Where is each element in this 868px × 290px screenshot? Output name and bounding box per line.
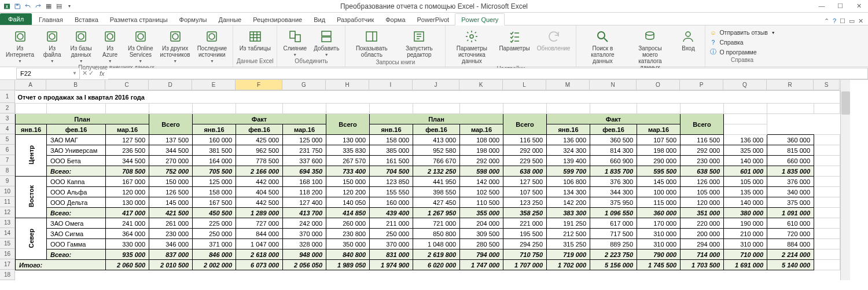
- about-link[interactable]: ⓘО программе: [709, 47, 756, 57]
- cell[interactable]: 309 500: [460, 229, 503, 239]
- cell[interactable]: ООО Дельта: [47, 197, 106, 208]
- cell[interactable]: янв.16: [193, 124, 236, 135]
- ext-data-button-3[interactable]: ИзAzure▼: [97, 28, 123, 64]
- cell[interactable]: 719 000: [547, 249, 590, 260]
- cell[interactable]: 2 166 000: [236, 166, 283, 177]
- cell[interactable]: 414 850: [326, 208, 370, 218]
- cell[interactable]: 815 000: [767, 145, 814, 156]
- cell[interactable]: [193, 104, 236, 114]
- cell[interactable]: 694 350: [283, 166, 326, 177]
- vertical-scrollbar[interactable]: [840, 80, 850, 280]
- cell[interactable]: [547, 104, 590, 114]
- row-header-3[interactable]: 3: [0, 113, 15, 124]
- save-icon[interactable]: [13, 2, 22, 11]
- cell[interactable]: 1 096 550: [590, 208, 637, 218]
- cell[interactable]: 442 000: [236, 177, 283, 187]
- cell[interactable]: 360 000: [767, 135, 814, 145]
- cell[interactable]: 127 500: [106, 135, 149, 145]
- cell[interactable]: 844 000: [236, 229, 283, 239]
- cell[interactable]: [814, 187, 840, 197]
- cell[interactable]: 136 000: [547, 135, 590, 145]
- cell[interactable]: 145 000: [637, 177, 681, 187]
- cell[interactable]: 441 950: [413, 177, 460, 187]
- row-header-9[interactable]: 9: [0, 176, 15, 186]
- cell[interactable]: 140 000: [724, 156, 767, 166]
- cell[interactable]: 371 000: [193, 239, 236, 249]
- cell[interactable]: ЗАО Омега: [47, 218, 106, 229]
- cell[interactable]: Факт: [193, 114, 326, 124]
- cell[interactable]: 2 618 000: [236, 249, 283, 260]
- cell[interactable]: 381 500: [193, 145, 236, 156]
- col-header-H[interactable]: H: [326, 80, 369, 90]
- cell[interactable]: 850 800: [413, 229, 460, 239]
- cell[interactable]: 139 400: [547, 156, 590, 166]
- cell[interactable]: 155 550: [370, 187, 413, 197]
- cell[interactable]: 136 000: [724, 135, 767, 145]
- cell[interactable]: 158 000: [193, 187, 236, 197]
- cell[interactable]: 211 000: [370, 218, 413, 229]
- cell[interactable]: ООО Бета: [47, 156, 106, 166]
- ribbon-minimize-icon[interactable]: ⌃: [824, 17, 829, 25]
- cell[interactable]: 1 267 950: [413, 208, 460, 218]
- cell[interactable]: 1 707 000: [503, 260, 547, 270]
- cell[interactable]: 328 000: [283, 239, 326, 249]
- cell[interactable]: 236 500: [106, 145, 149, 156]
- cell[interactable]: 935 000: [106, 249, 149, 260]
- col-header-L[interactable]: L: [503, 80, 546, 90]
- cell[interactable]: 120 000: [681, 197, 724, 208]
- cell[interactable]: мар.16: [283, 124, 326, 135]
- datasource-params-button[interactable]: Параметры источника данных: [449, 28, 494, 65]
- tab-Форма[interactable]: Форма: [380, 14, 411, 25]
- cell[interactable]: Всего:: [47, 249, 106, 260]
- cell[interactable]: 310 000: [637, 229, 681, 239]
- cell[interactable]: 292 000: [681, 145, 724, 156]
- col-header-S[interactable]: S: [814, 80, 840, 90]
- cell[interactable]: 617 000: [590, 218, 637, 229]
- col-header-N[interactable]: N: [590, 80, 637, 90]
- ext-data-button-4[interactable]: Из OnlineServices▼: [126, 28, 155, 64]
- cell[interactable]: 100 000: [637, 187, 681, 197]
- cell[interactable]: 884 000: [767, 239, 814, 249]
- cell[interactable]: 204 000: [460, 218, 503, 229]
- cell[interactable]: 270 000: [149, 156, 193, 166]
- feedback-link[interactable]: ☺Отправить отзыв▼: [709, 28, 775, 37]
- ext-data-button-0[interactable]: ИзИнтернета▼: [3, 28, 36, 64]
- undo-icon[interactable]: [23, 2, 32, 11]
- ext-data-button-6[interactable]: Последниеисточники▼: [195, 28, 229, 64]
- col-header-O[interactable]: O: [637, 80, 680, 90]
- cell[interactable]: 230 800: [326, 229, 370, 239]
- cell[interactable]: 358 250: [503, 208, 547, 218]
- cell[interactable]: 140 000: [724, 197, 767, 208]
- cell[interactable]: 195 500: [503, 229, 547, 239]
- cell[interactable]: 595 500: [637, 166, 681, 177]
- cell[interactable]: 108 000: [460, 135, 503, 145]
- my-catalog-button[interactable]: Запросы моего каталога данных: [627, 28, 672, 72]
- from-table-button[interactable]: Из таблицы: [237, 28, 273, 53]
- cell[interactable]: 404 500: [236, 187, 283, 197]
- cell[interactable]: 1 974 900: [370, 260, 413, 270]
- cell[interactable]: 375 000: [767, 197, 814, 208]
- tab-Разработчик[interactable]: Разработчик: [331, 14, 380, 25]
- cell[interactable]: 721 000: [413, 218, 460, 229]
- cell[interactable]: [681, 104, 724, 114]
- cell[interactable]: 1 702 000: [547, 260, 590, 270]
- cell[interactable]: 191 250: [547, 218, 590, 229]
- cell[interactable]: [724, 114, 767, 124]
- cell[interactable]: 794 000: [460, 249, 503, 260]
- tab-PowerPivot[interactable]: PowerPivot: [411, 14, 455, 25]
- cell[interactable]: [590, 104, 637, 114]
- tab-Power Query[interactable]: Power Query: [455, 13, 505, 25]
- cell[interactable]: 814 300: [590, 145, 637, 156]
- cell[interactable]: 292 000: [503, 145, 547, 156]
- cell[interactable]: 107 500: [503, 187, 547, 197]
- cell[interactable]: 105 000: [724, 177, 767, 187]
- cell[interactable]: 150 000: [149, 177, 193, 187]
- cell[interactable]: [814, 197, 840, 208]
- tab-Главная[interactable]: Главная: [33, 14, 69, 25]
- cell[interactable]: 364 000: [106, 229, 149, 239]
- cell[interactable]: 2 056 050: [283, 260, 326, 270]
- cell[interactable]: 360 500: [590, 135, 637, 145]
- cell[interactable]: 325 000: [724, 145, 767, 156]
- cell[interactable]: [370, 104, 413, 114]
- cell[interactable]: 752 000: [149, 166, 193, 177]
